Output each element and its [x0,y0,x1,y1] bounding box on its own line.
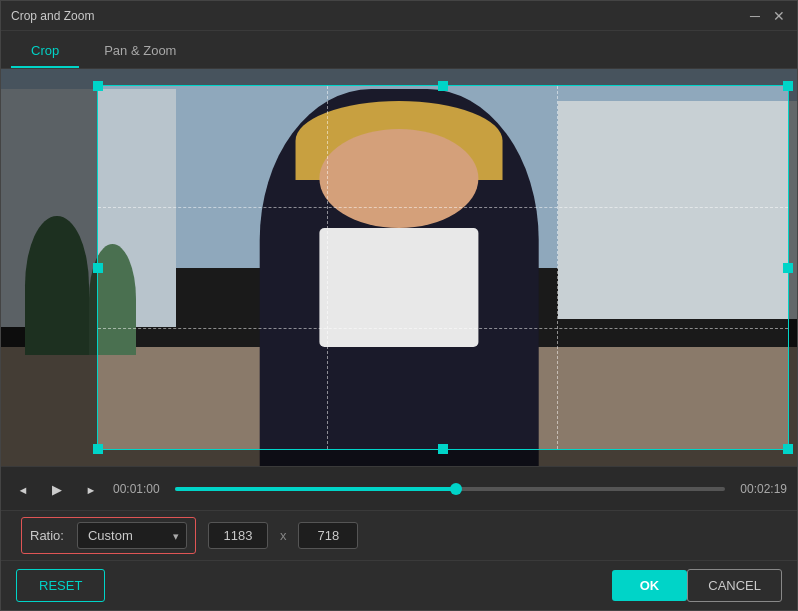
step-forward-button[interactable] [79,477,103,501]
ratio-controls-bar: Ratio: Custom 16:9 4:3 1:1 9:16 21:9 x [1,510,797,560]
progress-fill [175,487,456,491]
step-back-icon [18,481,29,497]
crop-handle-top-left[interactable] [93,81,103,91]
crop-dark-bottom [1,450,797,466]
playback-bar: 00:01:00 00:02:19 [1,466,797,510]
width-input[interactable] [208,522,268,549]
window-controls: ─ ✕ [747,8,787,24]
crop-grid-v2 [557,86,558,449]
crop-handle-middle-right[interactable] [783,263,793,273]
step-forward-icon [86,481,97,497]
ratio-select-wrapper: Custom 16:9 4:3 1:1 9:16 21:9 [77,522,187,549]
end-time: 00:02:19 [735,482,787,496]
crop-dark-top [1,69,797,85]
title-bar: Crop and Zoom ─ ✕ [1,1,797,31]
close-button[interactable]: ✕ [771,8,787,24]
reset-button[interactable]: RESET [16,569,105,602]
crop-grid-h2 [98,328,789,329]
crop-handle-bottom-middle[interactable] [438,444,448,454]
play-button[interactable] [45,477,69,501]
crop-box[interactable] [97,85,790,450]
crop-handle-bottom-right[interactable] [783,444,793,454]
tab-crop[interactable]: Crop [11,35,79,68]
footer-buttons: RESET OK CANCEL [1,560,797,610]
progress-thumb[interactable] [450,483,462,495]
ok-button[interactable]: OK [612,570,688,601]
crop-handle-bottom-left[interactable] [93,444,103,454]
x-separator: x [280,528,287,543]
window-title: Crop and Zoom [11,9,94,23]
crop-handle-top-middle[interactable] [438,81,448,91]
minimize-button[interactable]: ─ [747,8,763,24]
crop-grid-v1 [327,86,328,449]
crop-handle-top-right[interactable] [783,81,793,91]
cancel-button[interactable]: CANCEL [687,569,782,602]
tab-bar: Crop Pan & Zoom [1,31,797,69]
play-icon [52,481,62,497]
crop-overlay[interactable] [1,69,797,466]
crop-handle-middle-left[interactable] [93,263,103,273]
crop-dark-left [1,85,97,450]
video-frame [1,69,797,466]
height-input[interactable] [298,522,358,549]
ratio-select[interactable]: Custom 16:9 4:3 1:1 9:16 21:9 [77,522,187,549]
ratio-group: Ratio: Custom 16:9 4:3 1:1 9:16 21:9 [21,517,196,554]
crop-grid-h1 [98,207,789,208]
video-preview-area [1,69,797,466]
step-back-button[interactable] [11,477,35,501]
current-time: 00:01:00 [113,482,165,496]
progress-track[interactable] [175,487,725,491]
ratio-label: Ratio: [30,528,64,543]
crop-zoom-window: Crop and Zoom ─ ✕ Crop Pan & Zoom [0,0,798,611]
tab-pan-zoom[interactable]: Pan & Zoom [84,35,196,68]
